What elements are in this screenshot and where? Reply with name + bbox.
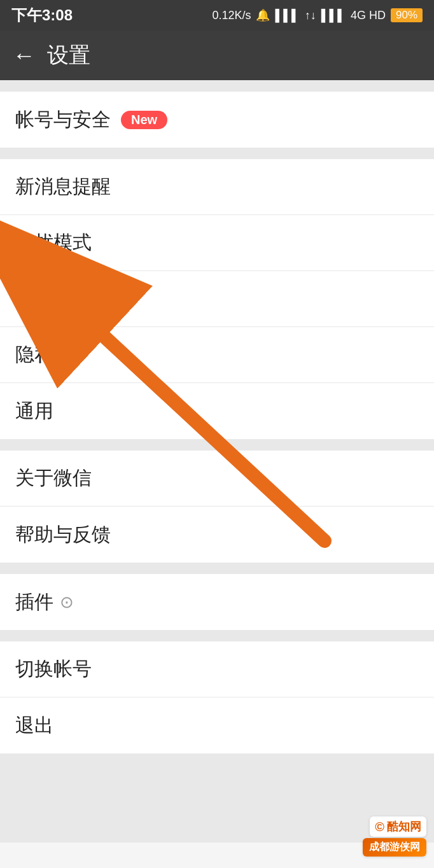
settings-item-help[interactable]: 帮助与反馈 [0, 507, 434, 563]
watermark-logo2: 成都游侠网 [363, 838, 426, 857]
settings-item-logout[interactable]: 退出 [0, 697, 434, 753]
settings-item-privacy[interactable]: 隐私 [0, 327, 434, 383]
section-divider-2 [0, 148, 434, 159]
section-account: 帐号与安全 New [0, 92, 434, 148]
settings-item-chat[interactable]: 聊天 [0, 271, 434, 327]
about-label: 关于微信 [15, 465, 92, 491]
section-plugins: 插件 ⊙ [0, 574, 434, 630]
plugin-icon: ⊙ [60, 592, 74, 612]
dnd-label: 勿扰模式 [15, 230, 92, 256]
battery-icon: 90% [391, 8, 423, 22]
new-badge: New [121, 111, 167, 129]
signal-icon3: ▌▌▌ [321, 9, 346, 22]
section-divider-5 [0, 630, 434, 641]
help-label: 帮助与反馈 [15, 522, 111, 548]
settings-item-switch-account[interactable]: 切换帐号 [0, 641, 434, 697]
status-right-icons: 0.12K/s 🔔 ▌▌▌ ↑↓ ▌▌▌ 4G HD 90% [212, 8, 423, 22]
new-message-label: 新消息提醒 [15, 174, 111, 200]
signal-icon2: ↑↓ [305, 9, 316, 22]
logout-label: 退出 [15, 713, 53, 739]
network-speed: 0.12K/s [212, 9, 251, 22]
status-bar: 下午3:08 0.12K/s 🔔 ▌▌▌ ↑↓ ▌▌▌ 4G HD 90% [0, 0, 434, 31]
back-button[interactable]: ← [13, 44, 36, 67]
section-notifications: 新消息提醒 勿扰模式 聊天 隐私 通用 [0, 159, 434, 439]
settings-item-about[interactable]: 关于微信 [0, 451, 434, 507]
account-label: 帐号与安全 [15, 107, 111, 133]
signal-icon: ▌▌▌ [275, 9, 299, 22]
section-divider-3 [0, 439, 434, 451]
watermark: © 酷知网 成都游侠网 [363, 816, 426, 857]
section-divider-4 [0, 563, 434, 574]
section-about: 关于微信 帮助与反馈 [0, 451, 434, 563]
settings-item-plugins[interactable]: 插件 ⊙ [0, 574, 434, 630]
general-label: 通用 [15, 398, 53, 424]
section-account-actions: 切换帐号 退出 [0, 641, 434, 753]
settings-item-account[interactable]: 帐号与安全 New [0, 92, 434, 148]
notification-icon: 🔔 [256, 8, 270, 22]
watermark-logo1: © 酷知网 [370, 816, 426, 837]
switch-account-label: 切换帐号 [15, 656, 92, 682]
settings-item-dnd[interactable]: 勿扰模式 [0, 215, 434, 271]
plugins-label: 插件 [15, 589, 53, 615]
section-divider-1 [0, 80, 434, 92]
network-type: 4G HD [351, 9, 386, 22]
settings-item-general[interactable]: 通用 [0, 383, 434, 439]
chat-label: 聊天 [15, 286, 53, 312]
page-title: 设置 [47, 41, 90, 70]
privacy-label: 隐私 [15, 342, 53, 368]
settings-item-new-message[interactable]: 新消息提醒 [0, 159, 434, 215]
toolbar: ← 设置 [0, 31, 434, 80]
status-time: 下午3:08 [11, 5, 73, 25]
